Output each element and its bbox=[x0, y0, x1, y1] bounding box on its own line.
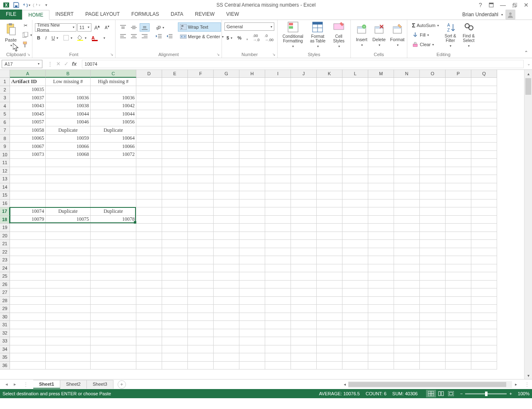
cell[interactable] bbox=[446, 126, 471, 135]
font-launcher-icon[interactable]: ↘ bbox=[109, 52, 114, 57]
cell[interactable] bbox=[214, 126, 239, 135]
cell[interactable] bbox=[265, 264, 291, 273]
close-icon[interactable]: ✕ bbox=[520, 0, 532, 10]
cells-area[interactable]: Artifact IDLow missing #High missing #10… bbox=[10, 78, 524, 379]
cell[interactable] bbox=[291, 175, 317, 183]
cell[interactable] bbox=[136, 151, 162, 159]
cell[interactable] bbox=[420, 305, 446, 313]
cell[interactable] bbox=[188, 329, 214, 338]
cell[interactable] bbox=[368, 256, 394, 264]
cell[interactable] bbox=[317, 102, 342, 111]
cell[interactable] bbox=[10, 345, 46, 354]
ribbon-display-icon[interactable] bbox=[485, 0, 497, 10]
cell[interactable] bbox=[265, 167, 291, 175]
cell[interactable] bbox=[214, 337, 239, 345]
cell[interactable] bbox=[317, 143, 342, 151]
cell[interactable] bbox=[136, 110, 162, 118]
cell[interactable] bbox=[46, 288, 91, 297]
cell[interactable] bbox=[317, 175, 342, 183]
cell[interactable] bbox=[136, 337, 162, 345]
cell[interactable] bbox=[291, 86, 317, 94]
cell[interactable] bbox=[342, 232, 368, 240]
cell[interactable] bbox=[368, 183, 394, 192]
cell[interactable] bbox=[136, 297, 162, 305]
cell[interactable] bbox=[317, 159, 342, 167]
cell[interactable] bbox=[91, 86, 136, 94]
format-button[interactable]: Format▾ bbox=[388, 21, 406, 48]
align-bottom-button[interactable] bbox=[140, 23, 150, 32]
clear-button[interactable]: Clear▾ bbox=[410, 40, 441, 49]
cell[interactable] bbox=[420, 159, 446, 167]
row-header[interactable]: 1 bbox=[0, 78, 10, 86]
row-header[interactable]: 32 bbox=[0, 329, 10, 338]
cell[interactable] bbox=[214, 167, 239, 175]
paste-button[interactable]: Paste ▾ bbox=[2, 21, 19, 49]
cell[interactable] bbox=[317, 118, 342, 127]
cell[interactable] bbox=[342, 200, 368, 208]
cell[interactable] bbox=[317, 329, 342, 338]
cell[interactable] bbox=[265, 151, 291, 159]
new-sheet-button[interactable]: + bbox=[118, 380, 126, 389]
cell[interactable] bbox=[239, 135, 265, 143]
cell[interactable] bbox=[188, 337, 214, 345]
align-right-button[interactable] bbox=[140, 32, 150, 40]
column-header[interactable]: K bbox=[317, 70, 342, 78]
cell[interactable] bbox=[188, 159, 214, 167]
cell[interactable] bbox=[368, 110, 394, 118]
cell[interactable] bbox=[420, 175, 446, 183]
cell[interactable] bbox=[188, 321, 214, 329]
cell[interactable] bbox=[394, 167, 420, 175]
cell[interactable]: Artifact ID bbox=[10, 78, 46, 86]
cell[interactable] bbox=[188, 86, 214, 94]
clipboard-launcher-icon[interactable]: ↘ bbox=[26, 52, 31, 57]
excel-icon[interactable]: X bbox=[2, 0, 11, 10]
cell[interactable] bbox=[239, 102, 265, 111]
scroll-down-icon[interactable]: ▾ bbox=[525, 372, 532, 379]
cell[interactable] bbox=[394, 86, 420, 94]
cell[interactable] bbox=[214, 313, 239, 321]
cell[interactable] bbox=[265, 321, 291, 329]
cell[interactable] bbox=[162, 175, 188, 183]
cell[interactable] bbox=[239, 264, 265, 273]
cell[interactable] bbox=[471, 86, 497, 94]
cell[interactable] bbox=[136, 362, 162, 370]
cell[interactable] bbox=[291, 264, 317, 273]
cell[interactable] bbox=[188, 118, 214, 127]
cell[interactable] bbox=[239, 143, 265, 151]
cell[interactable] bbox=[446, 313, 471, 321]
cell[interactable] bbox=[10, 175, 46, 183]
redo-icon[interactable]: ▾ bbox=[32, 0, 41, 10]
cell[interactable] bbox=[188, 94, 214, 102]
cell[interactable] bbox=[136, 191, 162, 200]
cell[interactable] bbox=[239, 200, 265, 208]
cell[interactable] bbox=[10, 191, 46, 200]
cell[interactable] bbox=[10, 224, 46, 232]
tab-review[interactable]: REVIEW bbox=[189, 10, 220, 20]
cell-styles-button[interactable]: Cell Styles▾ bbox=[330, 21, 348, 48]
cell[interactable] bbox=[91, 183, 136, 192]
cell[interactable] bbox=[420, 288, 446, 297]
align-center-button[interactable] bbox=[129, 32, 139, 40]
cell[interactable] bbox=[394, 191, 420, 200]
cell[interactable] bbox=[10, 305, 46, 313]
cell[interactable] bbox=[265, 135, 291, 143]
row-header[interactable]: 3 bbox=[0, 94, 10, 102]
cell[interactable] bbox=[291, 272, 317, 281]
cell[interactable] bbox=[188, 281, 214, 289]
cell[interactable] bbox=[91, 281, 136, 289]
cell[interactable] bbox=[446, 207, 471, 216]
percent-format-button[interactable]: % bbox=[235, 34, 244, 42]
cell[interactable] bbox=[162, 118, 188, 127]
cell[interactable] bbox=[91, 224, 136, 232]
cell[interactable]: 10046 bbox=[46, 118, 91, 127]
cell[interactable] bbox=[91, 297, 136, 305]
cell[interactable]: 10065 bbox=[10, 135, 46, 143]
row-header[interactable]: 36 bbox=[0, 362, 10, 370]
scroll-left-icon[interactable]: ◂ bbox=[341, 382, 348, 387]
select-all-button[interactable] bbox=[0, 70, 10, 78]
cell[interactable] bbox=[420, 126, 446, 135]
cell[interactable] bbox=[420, 86, 446, 94]
cell[interactable] bbox=[188, 200, 214, 208]
cell[interactable] bbox=[394, 159, 420, 167]
cell[interactable] bbox=[265, 232, 291, 240]
